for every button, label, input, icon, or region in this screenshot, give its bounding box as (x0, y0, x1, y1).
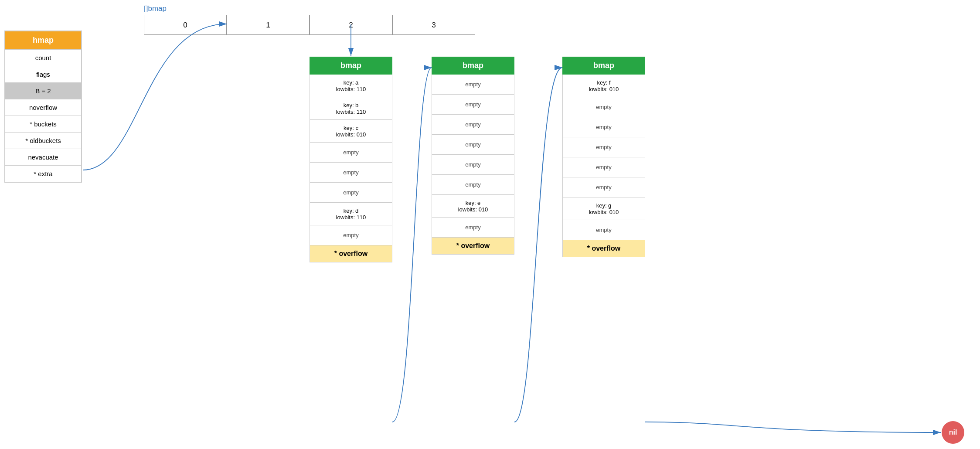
bucket-0-header: bmap (310, 57, 392, 75)
bucket-1-cell-0: empty (432, 75, 514, 95)
hmap-row-oldbuckets: * oldbuckets (5, 132, 81, 149)
bmap-index-2: 2 (310, 15, 392, 35)
bucket-0-cell-6: key: dlowbits: 110 (310, 203, 392, 225)
hmap-row-flags: flags (5, 66, 81, 82)
bucket-col-2: bmap key: flowbits: 010 empty empty empt… (562, 57, 645, 257)
bucket-2-cell-0: key: flowbits: 010 (562, 75, 645, 97)
bucket-0-cell-0: key: alowbits: 110 (310, 75, 392, 97)
nil-circle: nil (942, 421, 964, 444)
bucket-0-cell-4: empty (310, 163, 392, 183)
bucket-0-cell-1: key: blowbits: 110 (310, 97, 392, 120)
bucket-2-cell-1: empty (562, 97, 645, 117)
hmap-header: hmap (5, 31, 81, 49)
bucket-2-cell-4: empty (562, 157, 645, 177)
bucket-1-cell-7: empty (432, 218, 514, 238)
bucket-0-cell-2: key: clowbits: 010 (310, 120, 392, 143)
bmap-index-3: 3 (392, 15, 475, 35)
bmap-array: []bmap 0 1 2 3 (144, 4, 475, 35)
bucket-1-overflow: * overflow (432, 238, 514, 255)
bmap-index-0: 0 (144, 15, 227, 35)
hmap-row-buckets: * buckets (5, 116, 81, 132)
bmap-array-row: 0 1 2 3 (144, 15, 475, 35)
bucket-col-0: bmap key: alowbits: 110 key: blowbits: 1… (310, 57, 392, 262)
bucket-2-overflow: * overflow (562, 240, 645, 257)
bucket-1-cell-5: empty (432, 175, 514, 195)
bucket-1-cell-4: empty (432, 155, 514, 175)
bucket-0-overflow: * overflow (310, 245, 392, 262)
bucket-col-1: bmap empty empty empty empty empty empty… (432, 57, 514, 255)
bucket-0-cell-7: empty (310, 225, 392, 245)
bucket-1-header: bmap (432, 57, 514, 75)
hmap-row-extra: * extra (5, 165, 81, 182)
bucket-2-cell-6: key: glowbits: 010 (562, 197, 645, 220)
bucket-2-cell-7: empty (562, 220, 645, 240)
bucket-1-cell-6: key: elowbits: 010 (432, 195, 514, 218)
bucket-2-cell-3: empty (562, 137, 645, 157)
bucket-2-cell-5: empty (562, 177, 645, 197)
hmap-row-count: count (5, 49, 81, 66)
bucket-1-cell-3: empty (432, 135, 514, 155)
hmap-row-noverflow: noverflow (5, 99, 81, 116)
bucket-2-cell-2: empty (562, 117, 645, 137)
hmap-row-b: B = 2 (5, 82, 81, 99)
hmap-row-nevacuate: nevacuate (5, 149, 81, 165)
bucket-0-cell-5: empty (310, 183, 392, 203)
bmap-array-label: []bmap (144, 4, 475, 13)
hmap-struct: hmap count flags B = 2 noverflow * bucke… (4, 31, 82, 183)
bucket-1-cell-1: empty (432, 95, 514, 115)
bmap-index-1: 1 (227, 15, 310, 35)
bucket-1-cell-2: empty (432, 115, 514, 135)
bucket-2-header: bmap (562, 57, 645, 75)
bucket-0-cell-3: empty (310, 143, 392, 163)
